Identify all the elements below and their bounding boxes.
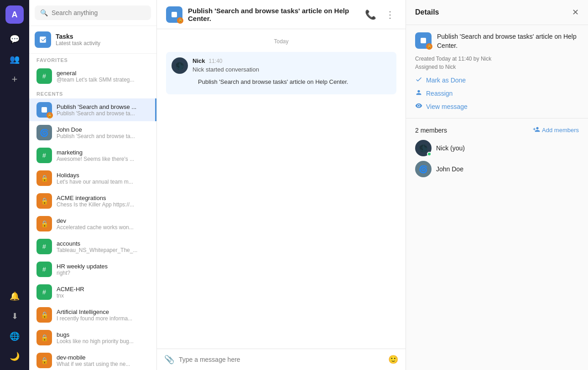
members-header: 2 members Add members xyxy=(415,126,579,134)
nick-name: Nick xyxy=(193,57,205,64)
johndoe-member-avatar: 🌀 xyxy=(415,161,432,177)
ai-text: Artificial Intelligence I recently found… xyxy=(57,308,149,322)
sidebar-item-hr-weekly[interactable]: # HR weekly updates right? xyxy=(29,258,156,281)
nick-member-avatar: 🌑 xyxy=(415,140,432,156)
nick-task-text: Publish 'Search and browse tasks' articl… xyxy=(193,75,354,89)
marketing-icon: # xyxy=(36,148,52,163)
details-task-name: Publish 'Search and browse tasks' articl… xyxy=(437,32,579,50)
main-header-title: Publish 'Search and browse tasks' articl… xyxy=(188,7,358,22)
search-input[interactable] xyxy=(52,9,146,16)
nick-message-text: Nick started conversation xyxy=(193,66,391,73)
main-header-lock-badge: 🔒 xyxy=(177,17,183,24)
svg-rect-2 xyxy=(421,38,426,43)
far-left-nav: A 💬 👥 + 🔔 ⬇ 🌐 🌙 xyxy=(0,0,29,370)
main-header: 🔒 Publish 'Search and browse tasks' arti… xyxy=(157,0,406,29)
contacts-nav-icon[interactable]: 👥 xyxy=(6,51,23,67)
sidebar-item-johndoe[interactable]: 🌀 John Doe Publish 'Search and browse ta… xyxy=(29,121,156,144)
more-options-button[interactable]: ⋮ xyxy=(384,7,396,22)
holidays-icon: 🔒 xyxy=(36,170,52,186)
nick-message-content: Nick 11:40 Nick started conversation Pub… xyxy=(193,57,391,89)
chat-input-area: 📎 🙂 xyxy=(157,349,406,370)
dev-text: dev Accelerated cache works won... xyxy=(57,217,149,231)
details-task-icon: 🔒 xyxy=(415,32,432,49)
recents-label: RECENTS xyxy=(29,87,156,98)
sidebar-item-dev-mobile[interactable]: 🔒 dev-mobile What if we start using the … xyxy=(29,349,156,370)
general-icon: # xyxy=(36,68,52,84)
acme-int-icon: 🔒 xyxy=(36,193,52,209)
bugs-icon: 🔒 xyxy=(36,330,52,345)
phone-button[interactable]: 📞 xyxy=(363,7,378,22)
download-nav-icon[interactable]: ⬇ xyxy=(6,308,23,324)
acme-hr-text: ACME-HR tnx xyxy=(57,286,149,299)
sidebar-scroll: FAVORITES # general @team Let's talk SMM… xyxy=(29,54,156,370)
add-members-label: Add members xyxy=(542,127,579,134)
globe-nav-icon[interactable]: 🌐 xyxy=(6,328,23,344)
chat-input[interactable] xyxy=(179,356,384,363)
member-row-johndoe: 🌀 John Doe xyxy=(415,161,579,177)
add-members-icon xyxy=(533,126,540,134)
emoji-icon[interactable]: 🙂 xyxy=(388,355,398,365)
details-close-button[interactable]: ✕ xyxy=(572,7,579,17)
reassign-label: Reassign xyxy=(426,90,453,97)
marketing-text: marketing Awesome! Seems like there's ..… xyxy=(57,149,149,162)
accounts-text: accounts Tableau_NS_Whitepaper_The_... xyxy=(57,240,149,253)
accounts-icon: # xyxy=(36,239,52,254)
acme-int-text: ACME integrations Chess Is the Killer Ap… xyxy=(57,195,149,208)
moon-nav-icon[interactable]: 🌙 xyxy=(6,348,23,365)
sidebar-item-acme-hr[interactable]: # ACME-HR tnx xyxy=(29,281,156,303)
attach-icon[interactable]: 📎 xyxy=(164,355,174,365)
sidebar-item-acme-int[interactable]: 🔒 ACME integrations Chess Is the Killer … xyxy=(29,190,156,212)
search-icon: 🔍 xyxy=(40,9,48,16)
sidebar-item-general[interactable]: # general @team Let's talk SMM strateg..… xyxy=(29,65,156,87)
dev-mobile-icon: 🔒 xyxy=(36,353,52,368)
sidebar-item-marketing[interactable]: # marketing Awesome! Seems like there's … xyxy=(29,144,156,167)
mark-done-label: Mark as Done xyxy=(426,77,466,84)
sidebar-item-dev[interactable]: 🔒 dev Accelerated cache works won... xyxy=(29,212,156,235)
sidebar-search-area: 🔍 xyxy=(29,0,156,26)
bugs-text: bugs Looks like no high priority bug... xyxy=(57,331,149,344)
general-text: general @team Let's talk SMM strateg... xyxy=(57,70,149,83)
view-message-button[interactable]: View message xyxy=(415,102,579,111)
nick-message-header: Nick 11:40 xyxy=(193,57,391,64)
members-count: 2 members xyxy=(415,127,447,134)
mark-done-button[interactable]: Mark as Done xyxy=(415,76,579,84)
member-row-nick: 🌑 Nick (you) xyxy=(415,140,579,156)
acme-hr-icon: # xyxy=(36,284,52,300)
main-header-actions: 📞 ⋮ xyxy=(363,7,396,22)
nick-member-name: Nick (you) xyxy=(436,144,465,152)
sidebar-item-publish[interactable]: 🔒 Publish 'Search and browse ... Publish… xyxy=(29,98,156,121)
view-message-label: View message xyxy=(426,103,468,110)
hr-weekly-text: HR weekly updates right? xyxy=(57,263,149,276)
tasks-text: Tasks Latest task activity xyxy=(56,33,100,46)
tasks-section[interactable]: Tasks Latest task activity xyxy=(29,26,156,54)
details-content: 🔒 Publish 'Search and browse tasks' arti… xyxy=(406,25,588,118)
details-task-row: 🔒 Publish 'Search and browse tasks' arti… xyxy=(415,32,579,50)
search-box[interactable]: 🔍 xyxy=(35,5,151,20)
svg-rect-1 xyxy=(172,12,177,17)
nick-time: 11:40 xyxy=(208,58,222,64)
sidebar-item-holidays[interactable]: 🔒 Holidays Let's have our annual team m.… xyxy=(29,167,156,190)
details-header: Details ✕ xyxy=(406,0,588,25)
publish-text: Publish 'Search and browse ... Publish '… xyxy=(57,103,148,117)
add-nav-icon[interactable]: + xyxy=(6,71,23,87)
main-header-icon: 🔒 xyxy=(166,6,182,23)
details-actions: Mark as Done Reassign View message xyxy=(415,76,579,111)
user-avatar[interactable]: A xyxy=(5,5,24,24)
reassign-icon xyxy=(415,89,422,98)
sidebar: 🔍 Tasks Latest task activity FAVORITES #… xyxy=(29,0,157,370)
date-divider: Today xyxy=(166,38,396,45)
johndoe-icon: 🌀 xyxy=(36,125,52,140)
sidebar-item-accounts[interactable]: # accounts Tableau_NS_Whitepaper_The_... xyxy=(29,235,156,258)
sidebar-item-ai[interactable]: 🔒 Artificial Intelligence I recently fou… xyxy=(29,303,156,326)
main-area: 🔒 Publish 'Search and browse tasks' arti… xyxy=(157,0,406,370)
reassign-button[interactable]: Reassign xyxy=(415,89,579,98)
nick-avatar: 🌑 xyxy=(172,57,188,74)
message-block: 🌑 Nick 11:40 Nick started conversation P… xyxy=(166,52,396,94)
chat-area: Today 🌑 Nick 11:40 Nick started conversa… xyxy=(157,29,406,349)
sidebar-item-bugs[interactable]: 🔒 bugs Looks like no high priority bug..… xyxy=(29,326,156,349)
dev-icon: 🔒 xyxy=(36,216,52,231)
add-members-button[interactable]: Add members xyxy=(533,126,579,134)
chat-nav-icon[interactable]: 💬 xyxy=(6,31,23,47)
bell-nav-icon[interactable]: 🔔 xyxy=(6,288,23,304)
johndoe-member-name: John Doe xyxy=(436,165,463,173)
